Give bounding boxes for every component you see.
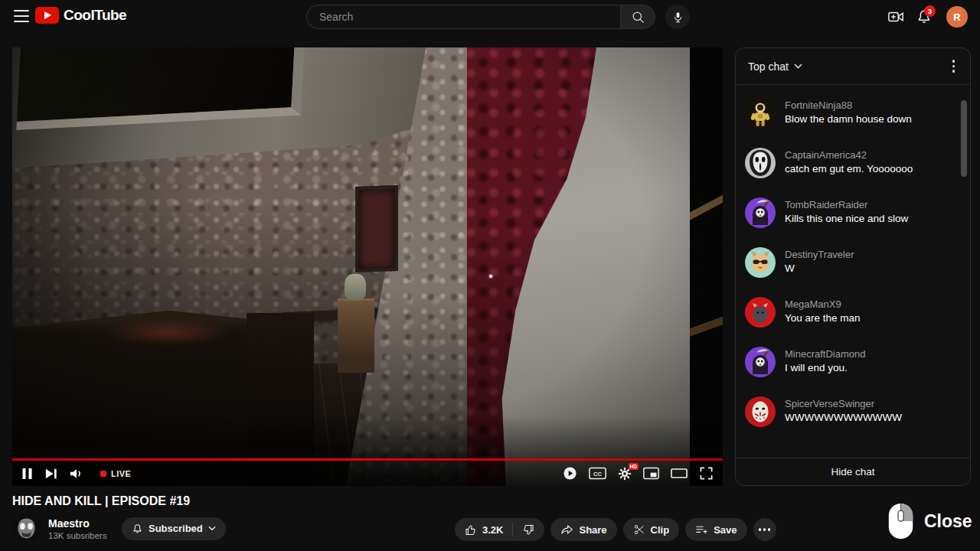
- chat-message: CaptainAmerica42 catch em gut em. Yooooo…: [745, 148, 961, 178]
- action-bar: 3.2K Share Clip Save: [455, 518, 776, 541]
- live-indicator: LIVE: [100, 469, 131, 478]
- miniplayer-button[interactable]: [643, 467, 659, 480]
- maestro-mask-icon: [12, 514, 41, 543]
- account-avatar[interactable]: R: [946, 6, 968, 28]
- chat-message: FortniteNinja88 Blow the damn house down: [745, 98, 961, 129]
- chat-scrollbar[interactable]: [961, 100, 967, 177]
- share-label: Share: [579, 524, 606, 536]
- chat-mode-label: Top chat: [748, 60, 789, 73]
- theater-mode-button[interactable]: [671, 468, 688, 479]
- chat-text: W: [785, 262, 854, 275]
- channel-row: Maestro 13K subsribers Subscribed: [12, 514, 226, 543]
- close-label: Close: [924, 511, 972, 532]
- like-dislike-pill: 3.2K: [455, 518, 544, 541]
- clip-button[interactable]: Clip: [623, 518, 680, 541]
- video-plus-icon: [887, 8, 904, 25]
- dislike-button[interactable]: [513, 518, 544, 541]
- share-icon: [560, 524, 573, 536]
- next-icon: [45, 468, 57, 480]
- subscribed-button[interactable]: Subscribed: [122, 517, 226, 540]
- menu-icon[interactable]: [14, 10, 29, 22]
- clip-label: Clip: [651, 524, 670, 536]
- chat-text: WWWWWWWWWWWW: [785, 412, 902, 424]
- chevron-down-icon: [794, 64, 802, 69]
- chat-text: Kills this one nice and slow: [785, 213, 908, 225]
- pause-button[interactable]: [21, 468, 33, 480]
- fullscreen-icon: [699, 466, 714, 481]
- chat-avatar[interactable]: [745, 396, 776, 427]
- subscribed-label: Subscribed: [149, 523, 203, 534]
- chat-avatar[interactable]: [745, 297, 776, 328]
- logo-text: CoolTube: [64, 7, 126, 24]
- chat-message: MegaManX9 You are the man: [745, 297, 961, 328]
- chat-avatar[interactable]: [745, 98, 776, 129]
- channel-avatar[interactable]: [12, 514, 41, 543]
- live-label: LIVE: [111, 469, 131, 478]
- chat-menu-button[interactable]: [949, 57, 959, 76]
- chevron-down-icon: [208, 526, 216, 531]
- top-bar: CoolTube 3 R: [0, 0, 980, 34]
- more-actions-button[interactable]: [753, 518, 776, 541]
- logo[interactable]: CoolTube: [35, 7, 126, 24]
- chat-message: SpicerVerseSwinger WWWWWWWWWWWW: [745, 396, 961, 427]
- save-label: Save: [714, 524, 737, 536]
- bell-icon: [132, 523, 143, 535]
- volume-icon: [70, 468, 83, 480]
- like-count: 3.2K: [482, 524, 503, 536]
- chat-username[interactable]: DestinyTraveler: [785, 249, 854, 260]
- mouse-right-click-icon: [887, 502, 915, 540]
- chat-avatar[interactable]: [745, 197, 776, 228]
- voice-search-button[interactable]: [665, 5, 690, 29]
- like-button[interactable]: 3.2K: [455, 518, 512, 541]
- create-video-button[interactable]: [887, 8, 904, 28]
- fullscreen-button[interactable]: [699, 466, 714, 481]
- chat-message: MinecraftDiamond I will end you.: [745, 347, 961, 377]
- save-button[interactable]: Save: [685, 518, 746, 541]
- miniplayer-icon: [643, 467, 659, 480]
- chat-avatar[interactable]: [745, 148, 776, 178]
- chat-username[interactable]: CaptainAmerica42: [785, 149, 913, 161]
- chat-username[interactable]: MegaManX9: [785, 298, 861, 310]
- chat-text: catch em gut em. Yooooooo: [785, 163, 913, 175]
- chat-username[interactable]: SpicerVerseSwinger: [785, 398, 902, 409]
- search-icon: [631, 10, 645, 24]
- chat-text: You are the man: [785, 312, 861, 324]
- video-player[interactable]: LIVE CC: [12, 47, 723, 486]
- more-icon: [759, 528, 762, 531]
- channel-subscribers: 13K subsribers: [48, 531, 114, 540]
- settings-button[interactable]: HD: [618, 467, 632, 481]
- volume-button[interactable]: [70, 468, 83, 480]
- search-input[interactable]: [319, 11, 620, 23]
- captions-icon: CC: [589, 467, 606, 480]
- pause-icon: [21, 468, 33, 480]
- close-hint[interactable]: Close: [887, 502, 972, 540]
- share-button[interactable]: Share: [550, 518, 616, 541]
- hide-chat-button[interactable]: Hide chat: [736, 458, 970, 485]
- chat-header: Top chat: [736, 48, 970, 85]
- chat-avatar[interactable]: [745, 347, 776, 377]
- chat-message: TombRaiderRaider Kills this one nice and…: [745, 197, 961, 228]
- autoplay-toggle[interactable]: [563, 466, 577, 481]
- mic-icon: [671, 11, 684, 24]
- autoplay-icon: [563, 466, 577, 481]
- chat-message-list[interactable]: FortniteNinja88 Blow the damn house down…: [736, 86, 970, 458]
- search-button[interactable]: [620, 5, 655, 29]
- chat-username[interactable]: MinecraftDiamond: [785, 348, 866, 360]
- chat-avatar[interactable]: [745, 247, 776, 278]
- hd-badge: HD: [629, 463, 639, 470]
- notifications-button[interactable]: 3: [916, 8, 933, 28]
- chat-text: I will end you.: [785, 362, 866, 374]
- channel-name[interactable]: Maestro: [48, 517, 114, 530]
- search-box: [306, 5, 620, 29]
- live-chat-panel: Top chat FortniteNinja88 Blow the damn h…: [735, 47, 971, 486]
- thumbs-down-icon: [522, 523, 535, 536]
- captions-button[interactable]: CC: [589, 467, 606, 480]
- live-dot-icon: [100, 471, 106, 477]
- svg-text:CC: CC: [593, 471, 602, 478]
- chat-username[interactable]: TombRaiderRaider: [785, 199, 908, 210]
- video-title: HIDE AND KILL | EPISODE #19: [12, 494, 190, 508]
- playlist-add-icon: [695, 524, 708, 536]
- next-button[interactable]: [45, 468, 57, 480]
- chat-mode-dropdown[interactable]: Top chat: [748, 60, 802, 73]
- chat-username[interactable]: FortniteNinja88: [785, 99, 912, 111]
